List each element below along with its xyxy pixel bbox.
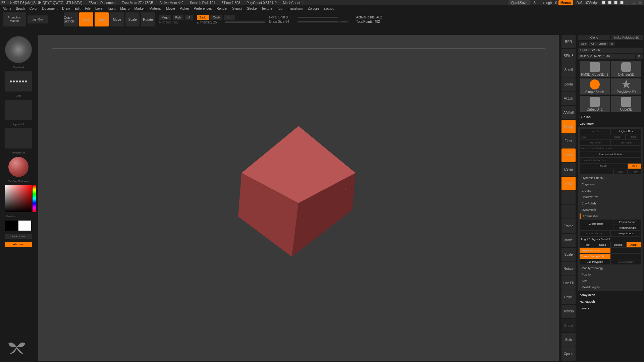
maximize-icon[interactable]: □ [631,0,637,5]
menu-movie[interactable]: Movie [166,7,175,10]
zremesher-section[interactable]: ZRemesher [580,214,641,219]
goz-button[interactable]: GoZ [579,42,588,46]
lsym-button[interactable]: LSym [561,163,576,176]
freeze-groups-button[interactable]: FreezeGroups [613,225,641,230]
edit-button[interactable]: Edit [79,12,93,26]
tool-thumb[interactable]: PM3D_Cube3D_1 [580,61,610,77]
projection-master-button[interactable]: Projection Master [3,12,26,26]
gradient-label[interactable]: Gradient [1,215,36,218]
lightbox-button[interactable]: LightBox [28,15,48,23]
switch-color-button[interactable]: SwitchColor [5,234,32,239]
smt-button[interactable]: Smt [628,164,641,169]
quicksave-button[interactable]: QuickSave [508,0,530,5]
floor-button[interactable]: Floor [561,134,576,147]
zadd-button[interactable]: Zadd [197,15,209,20]
menu-brush[interactable]: Brush [16,7,25,10]
keep-groups-button[interactable]: KeepGroups [611,231,641,236]
draw-size-slider[interactable]: Draw Size 64 [269,20,296,23]
tool-thumb[interactable]: Cube3D [611,96,641,112]
goz-r-button[interactable]: R [609,42,615,46]
draw-button[interactable]: Draw [95,12,109,26]
rgb-intensity-label[interactable]: Rgb Intensity [159,20,186,24]
scroll-button[interactable]: Scroll [561,63,576,77]
clone-button[interactable]: Clone [578,35,610,40]
adapt-button[interactable]: Adapt [627,242,642,247]
arraymesh-header[interactable]: ArrayMesh [578,292,643,298]
menu-light[interactable]: Light [108,7,116,10]
actual-button[interactable]: Actual [561,92,576,105]
freeze-border-button[interactable]: FreezeBorder [613,220,641,225]
brush-preview[interactable] [5,36,32,63]
primary-color[interactable] [18,221,31,231]
menus-button[interactable]: Menus [558,0,573,5]
menu-preferences[interactable]: Preferences [194,7,212,10]
linefill-button[interactable]: Line Fill [561,276,576,290]
menu-texture[interactable]: Texture [261,7,272,10]
menu-file[interactable]: File [85,7,91,10]
half-button[interactable]: Half [580,242,595,247]
menu-picker[interactable]: Picker [180,7,189,10]
cube-mesh[interactable] [215,109,382,270]
menu-stencil[interactable]: Stencil [232,7,242,10]
size-section[interactable]: Size [580,278,641,284]
alternate-button[interactable]: Alternate [5,242,32,247]
tool-name[interactable]: PM3D_Cube3D_1. 49 [578,54,635,59]
same-button[interactable]: Same [595,242,610,247]
rstr-button[interactable]: Rstr [626,134,642,139]
goz-all-button[interactable]: All [589,42,596,46]
bpr-button[interactable]: BPR [561,35,576,48]
canvas[interactable]: + [38,35,559,361]
scale-nav-button[interactable]: Scale [561,248,576,261]
tool-thumb[interactable]: SimpleBrush [580,78,610,95]
color-picker[interactable] [5,185,32,212]
claypolish-section[interactable]: ClayPolish [580,201,641,206]
modify-topology-section[interactable]: Modify Topology [580,265,641,271]
xpose-button[interactable]: Xpose [561,347,576,361]
alpha-preview[interactable] [5,100,32,120]
secondary-color[interactable] [5,221,18,231]
aahalf-button[interactable]: AAHalf [561,106,576,119]
menu-marker[interactable]: Marker [134,7,145,10]
target-polygons-slider[interactable]: Target Polygons Count 5 [580,237,641,242]
material-preview[interactable] [8,157,29,177]
seethrough-label[interactable]: See-through [531,0,554,5]
layers-header[interactable]: Layers [578,305,643,311]
menu-material[interactable]: Material [150,7,162,10]
double-button[interactable]: Double [611,242,626,247]
ghost-button[interactable]: Ghost [561,319,576,332]
mrgb-button[interactable]: Mrgb [159,15,171,20]
dynamesh-section[interactable]: DynaMesh [580,207,641,213]
geometry-header[interactable]: Geometry [578,121,643,127]
mesh-integrity-section[interactable]: MeshIntegrity [580,285,641,290]
win-icon[interactable]: ⬜ [607,0,612,5]
solo-button[interactable]: Solo [561,333,576,346]
reconstruct-subdiv-button[interactable]: Reconstruct Subdiv [580,152,641,157]
convert-bpr-button[interactable]: Convert BPR To Geo [580,158,641,163]
m-button[interactable]: M [185,15,193,20]
use-polypaint-button[interactable]: Use Polypaint [580,259,610,264]
cage-button[interactable]: Cage [609,134,625,139]
menu-alpha[interactable]: Alpha [3,7,11,10]
focal-shift-slider[interactable]: Focal Shift 0 [269,15,296,19]
move-button[interactable]: Move [110,12,124,26]
smooth-groups-button[interactable]: SmoothGroups [580,231,610,236]
win-icon[interactable]: ⬜ [601,0,606,5]
zcut-button[interactable]: Zcut [224,15,235,20]
suv-button[interactable]: Suv [614,169,627,174]
rotate-button[interactable]: Rotate [141,12,155,26]
lower-res-button[interactable]: Lower Res [580,129,610,134]
default-zscript[interactable]: DefaultZScript [575,0,600,5]
menu-macro[interactable]: Macro [120,7,130,10]
menu-edit[interactable]: Edit [75,7,80,10]
hue-slider[interactable] [33,185,36,212]
nav-button[interactable] [561,191,576,204]
menu-stroke[interactable]: Stroke [247,7,257,10]
lightbox-tools-button[interactable]: Lightbox▸Tools [578,48,643,53]
tool-thumb[interactable]: PolyMesh3D [611,78,641,95]
rotate-nav-button[interactable]: Rotate [561,262,576,276]
color-density-button[interactable]: ColorDensity [611,259,641,264]
higher-res-button[interactable]: Higher Res [611,129,641,134]
menu-tool[interactable]: Tool [277,7,283,10]
rgb-button[interactable]: Rgb [173,15,184,20]
position-section[interactable]: Position [580,272,641,277]
